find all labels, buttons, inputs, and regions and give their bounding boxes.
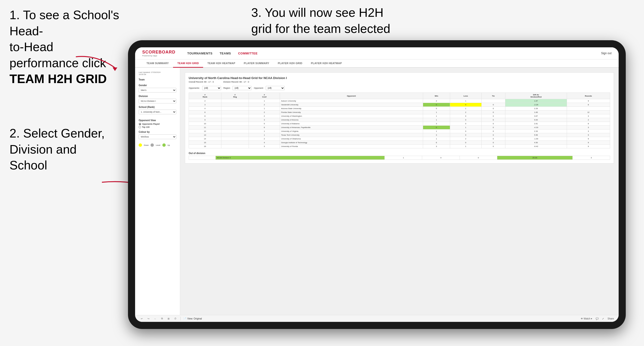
redo-button[interactable]: ↪ — [146, 317, 150, 321]
cell-conf: 2 — [249, 137, 280, 141]
filter-opponents-select[interactable]: (All) — [202, 86, 221, 90]
cell-loss: 0 — [450, 118, 482, 122]
instruction-3: 3. You will now see H2H grid for the tea… — [251, 5, 390, 37]
cell-rank: 9 — [189, 118, 222, 122]
cell-rank: 16 — [189, 145, 222, 148]
cell-conf: 1 — [249, 107, 280, 111]
school-select[interactable]: 1. University of Nort... — [139, 110, 176, 114]
col-tie: Tie — [482, 93, 505, 99]
out-of-division-table: NCAA Division II 1 0 0 26.00 3 — [189, 156, 610, 160]
cell-diff: 4.50 — [505, 141, 567, 145]
time-button[interactable]: ⏱ — [173, 317, 178, 321]
grid-records: Overall Record: 89 - 17 - 0 Division Rec… — [189, 81, 610, 83]
out-of-division-label — [189, 156, 216, 160]
cell-reg — [221, 111, 249, 114]
cell-conf: 1 — [249, 130, 280, 133]
sign-out-button[interactable]: Sign out — [601, 52, 612, 55]
legend-level-label: Level — [156, 144, 160, 146]
instruction-2-line2: Division and — [10, 143, 76, 156]
sub-nav-player-h2h-grid[interactable]: PLAYER H2H GRID — [274, 59, 307, 68]
col-diff: Diff AvStrokes/Rnd — [505, 93, 567, 99]
copy-button[interactable]: ⧉ — [160, 317, 164, 321]
table-row: 13 1 Texas Tech University 3 0 0 5.56 9 — [189, 133, 610, 137]
team-label: Team — [139, 78, 176, 81]
cell-win: 6 — [423, 141, 450, 145]
paste-button[interactable]: ⊞ — [167, 317, 170, 321]
table-row: 3 2 Vanderbilt University 0 4 0 -2.29 8 — [189, 103, 610, 107]
sub-nav-team-summary[interactable]: TEAM SUMMARY — [142, 59, 173, 68]
cell-win: 1 — [423, 130, 450, 133]
color-level-dot — [150, 143, 154, 147]
cell-reg — [221, 103, 249, 107]
toolbar-view[interactable]: 📄 View: Original — [184, 317, 202, 320]
cell-conf: 3 — [249, 145, 280, 148]
nav-item-teams[interactable]: TEAMS — [220, 52, 231, 55]
filter-row: Opponents: (All) Region (All) Opponent (… — [189, 86, 610, 90]
cell-conf: 4 — [249, 141, 280, 145]
cell-loss: 0 — [450, 114, 482, 118]
gender-label: Gender — [139, 84, 176, 87]
cell-tie: 0 — [482, 130, 505, 133]
cell-win: 3 — [423, 145, 450, 148]
table-row: 6 2 Florida State University 1 2 0 1.83 … — [189, 111, 610, 114]
radio-opponents-played[interactable]: Opponents Played — [139, 123, 176, 125]
cell-rank: 12 — [189, 130, 222, 133]
cell-rank: 8 — [189, 114, 222, 118]
cell-rounds: 12 — [567, 111, 610, 114]
cell-reg — [221, 133, 249, 137]
cell-reg — [221, 141, 249, 145]
cell-tie: 0 — [482, 141, 505, 145]
sub-nav-player-h2h-heatmap[interactable]: PLAYER H2H HEATMAP — [307, 59, 346, 68]
table-header-row: #Rank #Reg #Conf Opponent Win Loss Tie D… — [189, 93, 610, 99]
nav-bar: SCOREBOARD Powered by clippi TOURNAMENTS… — [135, 47, 619, 59]
back-button[interactable]: ← — [153, 317, 158, 321]
cell-opponent: Arizona State University — [280, 107, 423, 111]
table-row: 14 2 University of Oklahoma 1 2 0 -1.00 … — [189, 137, 610, 141]
cell-loss: 0 — [450, 133, 482, 137]
sub-nav-team-h2h-heatmap[interactable]: TEAM H2H HEATMAP — [203, 59, 240, 68]
cell-tie: 0 — [482, 145, 505, 148]
nav-item-tournaments[interactable]: TOURNAMENTS — [187, 52, 212, 55]
watch-button[interactable]: 👁 Watch ▾ — [581, 317, 592, 320]
out-of-division-tie: 0 — [460, 156, 497, 160]
col-rounds: Rounds — [567, 93, 610, 99]
cell-loss: 4 — [450, 103, 482, 107]
cell-opponent: Florida State University — [280, 111, 423, 114]
cell-diff: 2.61 — [505, 122, 567, 126]
cell-conf: 2 — [249, 114, 280, 118]
nav-item-committee[interactable]: COMMITTEE — [238, 52, 258, 55]
cell-tie: 0 — [482, 103, 505, 107]
sub-nav-team-h2h-grid[interactable]: TEAM H2H GRID — [173, 59, 203, 68]
cell-rounds: 9 — [567, 133, 610, 137]
cell-win: 1 — [423, 111, 450, 114]
table-row: 10 5 University of Alabama 3 0 0 2.61 8 — [189, 122, 610, 126]
cell-tie: 0 — [482, 114, 505, 118]
out-of-division-loss: 0 — [422, 156, 460, 160]
cell-diff: -2.29 — [505, 103, 567, 107]
filter-opponent-select[interactable]: (All) — [266, 86, 285, 90]
colour-by-select[interactable]: Win/loss — [139, 134, 176, 139]
cell-rank: 14 — [189, 137, 222, 141]
radio-top100[interactable]: Top 100 — [139, 126, 176, 128]
instruction-2: 2. Select Gender, Division and School — [10, 125, 105, 173]
table-row: 8 2 University of Washington 1 0 0 3.67 … — [189, 114, 610, 118]
instruction-3-line2: grid for the team selected — [251, 22, 390, 35]
division-select[interactable]: NCAA Division I — [139, 99, 176, 103]
share-button[interactable]: Share — [608, 317, 614, 320]
cell-reg — [221, 145, 249, 148]
out-of-division-name: NCAA Division II — [216, 156, 385, 160]
sub-nav-player-summary[interactable]: PLAYER SUMMARY — [240, 59, 274, 68]
present-button[interactable]: ⤢ — [602, 317, 604, 320]
filter-region-select[interactable]: (All) — [232, 86, 252, 90]
filter-opponents-label: Opponents: — [189, 87, 200, 89]
gender-select[interactable]: Men's — [139, 88, 176, 93]
toolbar: ↩ ↪ ← ⧉ ⊞ ⏱ 📄 View: Original 👁 Watch ▾ 💬… — [135, 315, 619, 322]
colour-by-label: Colour by — [139, 131, 176, 133]
right-panel: University of North Carolina Head-to-Hea… — [180, 68, 619, 315]
comment-button[interactable]: 💬 — [596, 317, 598, 320]
cell-reg — [221, 126, 249, 130]
cell-loss: 2 — [450, 111, 482, 114]
cell-rank: 13 — [189, 133, 222, 137]
undo-button[interactable]: ↩ — [140, 317, 144, 321]
color-down-dot — [139, 143, 142, 147]
